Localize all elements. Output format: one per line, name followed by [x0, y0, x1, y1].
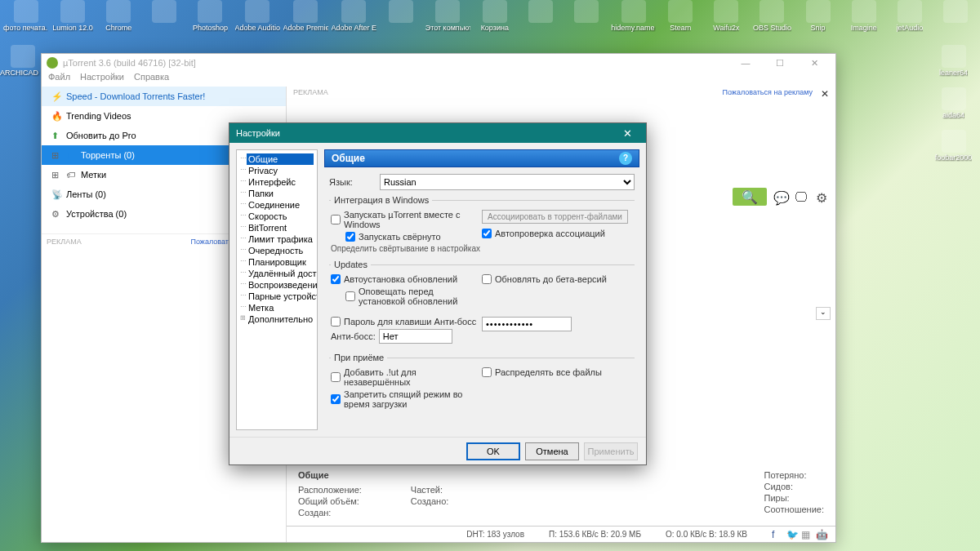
- bosskey-input[interactable]: [379, 329, 452, 344]
- desktop-icon[interactable]: [380, 0, 422, 42]
- tree-item-интерфейс[interactable]: Интерфейс: [247, 176, 314, 188]
- fieldset-add: При приёме Добавить .!ut для незавершённ…: [329, 353, 635, 413]
- chk-autoupdate[interactable]: [331, 274, 341, 284]
- chat-icon[interactable]: 💬: [773, 190, 786, 203]
- ad-complain-top[interactable]: Пожаловаться на рекламу: [722, 88, 813, 101]
- columns-dropdown[interactable]: ⌄: [816, 307, 831, 320]
- statusbar: DHT: 183 узлов П: 153.6 КВ/с В: 20.9 МБ …: [287, 526, 835, 542]
- desktop-icon[interactable]: Imagine: [843, 0, 885, 42]
- associate-button: Ассоциировать в торрент-файлами: [482, 210, 628, 224]
- chk-ut[interactable]: [331, 372, 341, 382]
- desktop-icon[interactable]: Chrome: [97, 0, 140, 42]
- language-select[interactable]: Russian: [380, 174, 635, 190]
- ad-close-icon[interactable]: ✕: [821, 88, 829, 101]
- chk-autoassoc[interactable]: [482, 229, 492, 238]
- tree-item-воспроизведение[interactable]: Воспроизведение: [247, 279, 314, 291]
- desktop-icon[interactable]: ARCHICAD 21: [0, 45, 45, 87]
- menu-help[interactable]: Справка: [134, 72, 169, 87]
- tree-item-дополнительно[interactable]: Дополнительно: [247, 313, 314, 325]
- tree-item-планировщик[interactable]: Планировщик: [247, 256, 314, 268]
- chk-sleep[interactable]: [331, 394, 341, 404]
- tree-item-общие[interactable]: Общие: [247, 153, 314, 165]
- desktop-icons-top: фото печата...Lumion 12.0ChromePhotoshop…: [0, 0, 980, 45]
- download-icon: ↓: [66, 150, 76, 160]
- help-icon[interactable]: ?: [619, 152, 632, 165]
- remote-icon[interactable]: 🖵: [795, 190, 808, 203]
- tree-item-папки[interactable]: Папки: [247, 188, 314, 199]
- desktop-icon[interactable]: Этот компьютер: [425, 0, 470, 42]
- settings-icon[interactable]: ⚙: [816, 190, 829, 203]
- desktop-icon[interactable]: Корзина: [474, 0, 516, 42]
- tree-item-bittorrent[interactable]: BitTorrent: [247, 222, 314, 233]
- desktop-icons-right: leaner64aida64foobar2000: [931, 45, 980, 172]
- chk-beta[interactable]: [482, 274, 492, 284]
- tree-item-парные устройства[interactable]: Парные устройства: [247, 291, 314, 302]
- lang-label: Язык:: [329, 177, 375, 187]
- desktop-icon[interactable]: Adobe Audition: [235, 0, 280, 42]
- desktop-icon[interactable]: Lumion 12.0: [51, 0, 94, 42]
- bosskey-password[interactable]: [482, 317, 572, 331]
- settings-panel-header: Общие ?: [324, 149, 639, 167]
- tree-item-privacy[interactable]: Privacy: [247, 165, 314, 176]
- desktop-icon[interactable]: Steam: [659, 0, 702, 42]
- chk-bosskey[interactable]: [331, 317, 341, 327]
- desktop-icon[interactable]: Waifu2x: [705, 0, 747, 42]
- desktop-icon[interactable]: Photoshop: [189, 0, 231, 42]
- desktop-icon[interactable]: hidemy.name VPN 2.0: [611, 0, 656, 42]
- search-icon: 🔍: [742, 189, 758, 205]
- cancel-button[interactable]: Отмена: [525, 442, 579, 460]
- desktop-icon[interactable]: jetAudio: [889, 0, 931, 42]
- android-icon[interactable]: 🤖: [816, 529, 827, 540]
- sidebar-speed[interactable]: ⚡Speed - Download Torrents Faster!: [42, 87, 286, 106]
- titlebar[interactable]: µTorrent 3.6 (build 46716) [32-bit] — ☐ …: [42, 54, 835, 72]
- status-dht: DHT: 183 узлов: [466, 530, 524, 539]
- chk-prealloc[interactable]: [482, 367, 492, 377]
- maximize-button[interactable]: ☐: [764, 55, 796, 71]
- desktop-icon[interactable]: Adobe Premiere P...: [283, 0, 328, 42]
- desktop-icon[interactable]: фото печата...: [3, 0, 48, 42]
- desktop-icon[interactable]: [519, 0, 562, 42]
- tree-item-лимит трафика[interactable]: Лимит трафика: [247, 233, 314, 245]
- menu-settings[interactable]: Настройки: [80, 72, 124, 87]
- desktop-icon[interactable]: foobar2000: [931, 130, 976, 172]
- close-button[interactable]: ✕: [798, 55, 831, 71]
- dialog-titlebar[interactable]: Настройки ✕: [229, 123, 646, 143]
- search-button[interactable]: 🔍: [733, 188, 767, 206]
- dialog-close-button[interactable]: ✕: [615, 124, 639, 142]
- desktop-icon[interactable]: [565, 0, 608, 42]
- desktop-icon[interactable]: [934, 0, 977, 42]
- minimize-button[interactable]: —: [729, 55, 762, 71]
- tree-item-очередность[interactable]: Очередность: [247, 245, 314, 256]
- tree-item-скорость[interactable]: Скорость: [247, 211, 314, 222]
- desktop-icon[interactable]: Snip: [797, 0, 840, 42]
- status-speed: П: 153.6 КВ/с В: 20.9 МБ: [549, 530, 641, 539]
- top-ad-bar: РЕКЛАМА Пожаловаться на рекламу ✕: [287, 87, 835, 103]
- desktop-icon[interactable]: aida64: [931, 87, 976, 130]
- facebook-icon[interactable]: f: [772, 529, 783, 540]
- apply-button[interactable]: Применить: [584, 442, 638, 460]
- tree-item-удалённый доступ[interactable]: Удалённый доступ: [247, 268, 314, 279]
- upgrade-icon: ⬆: [51, 131, 61, 140]
- ok-button[interactable]: OK: [466, 442, 520, 460]
- tree-item-соединение[interactable]: Соединение: [247, 199, 314, 211]
- twitter-icon[interactable]: 🐦: [786, 529, 798, 540]
- flame-icon: 🔥: [51, 111, 61, 121]
- chk-startup[interactable]: [331, 215, 341, 224]
- desktop-icon[interactable]: Adobe After Effects 2020: [332, 0, 376, 42]
- desktop-icon[interactable]: leaner64: [931, 45, 976, 87]
- menu-file[interactable]: Файл: [48, 72, 70, 87]
- desktop-icon[interactable]: OBS Studio: [751, 0, 793, 42]
- rss-icon: 📡: [51, 189, 61, 199]
- bolt-icon: ⚡: [51, 91, 61, 101]
- app-icon[interactable]: ▦: [801, 529, 813, 540]
- settings-dialog: Настройки ✕ ОбщиеPrivacyИнтерфейсПапкиСо…: [229, 122, 647, 465]
- window-title: µTorrent 3.6 (build 46716) [32-bit]: [63, 58, 196, 68]
- tag-icon: 🏷: [66, 170, 76, 180]
- dialog-footer: OK Отмена Применить: [229, 437, 646, 464]
- gear-icon: ⚙: [51, 209, 61, 219]
- tree-item-метка[interactable]: Метка: [247, 302, 314, 313]
- desktop-icon[interactable]: [143, 0, 185, 42]
- utorrent-icon: [47, 57, 58, 69]
- chk-notify[interactable]: [345, 291, 355, 301]
- chk-minimized[interactable]: [345, 232, 355, 242]
